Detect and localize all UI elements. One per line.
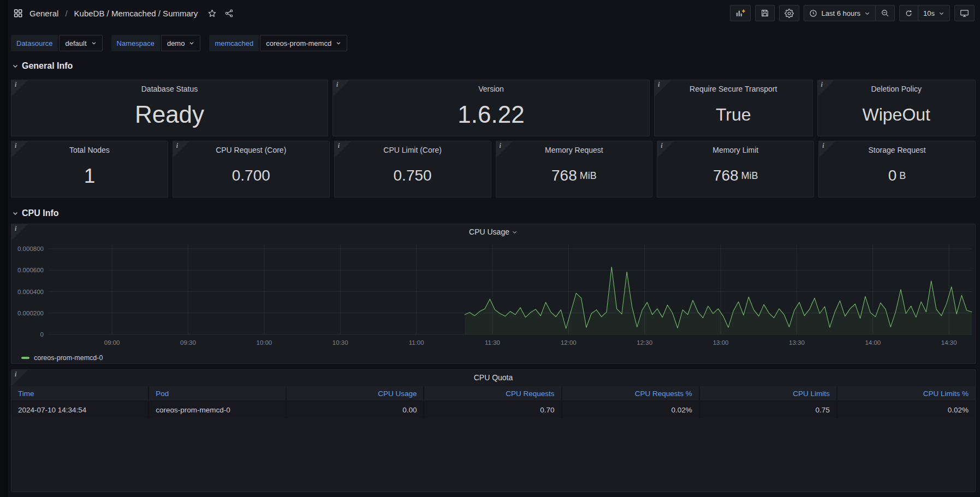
stat-unit: MiB xyxy=(580,170,597,182)
panel-info-icon[interactable]: i xyxy=(11,141,28,158)
panel-info-icon[interactable]: i xyxy=(655,80,671,97)
breadcrumb-folder[interactable]: General xyxy=(29,9,58,18)
cpu-quota-panel: i CPU Quota TimePodCPU UsageCPU Requests… xyxy=(11,369,976,492)
y-tick-label: 0.000600 xyxy=(17,267,44,273)
column-header-time[interactable]: Time xyxy=(11,386,149,402)
section-title: General Info xyxy=(22,61,73,71)
dashboard-settings-button[interactable] xyxy=(779,5,799,21)
stat-value: 768 xyxy=(713,168,739,183)
gear-icon xyxy=(785,9,794,18)
stat-panel-total-nodes: i Total Nodes 1 xyxy=(11,141,168,197)
chevron-down-icon xyxy=(864,10,870,16)
x-tick-label: 09:30 xyxy=(180,339,196,346)
y-tick-label: 0.000200 xyxy=(17,310,44,316)
stat-panel-cpu-limit: i CPU Limit (Core) 0.750 xyxy=(334,141,491,197)
cpu-quota-panel-title[interactable]: CPU Quota xyxy=(11,370,975,385)
panel-title-text: CPU Quota xyxy=(474,373,513,382)
cpu-usage-panel-title[interactable]: CPU Usage xyxy=(11,224,975,239)
stat-value: 768 xyxy=(551,168,577,183)
variable-datasource-label: Datasource xyxy=(11,35,58,51)
time-range-picker[interactable]: Last 6 hours xyxy=(804,5,875,21)
panel-info-icon[interactable]: i xyxy=(11,224,28,241)
y-tick-label: 0.000800 xyxy=(17,245,44,252)
column-header-cpu-requests-[interactable]: CPU Requests % xyxy=(562,386,700,402)
variable-namespace-value[interactable]: demo xyxy=(161,35,201,51)
panel-info-icon[interactable]: i xyxy=(11,370,28,386)
stat-value: WipeOut xyxy=(863,106,930,123)
top-navbar: General / KubeDB / Memcached / Summary xyxy=(11,0,976,26)
legend-item-coreos-prom-memcd-0[interactable]: coreos-prom-memcd-0 xyxy=(11,353,975,363)
stat-value: 0.750 xyxy=(394,168,432,183)
variable-namespace: Namespace demo xyxy=(111,35,201,51)
time-range-label: Last 6 hours xyxy=(821,9,860,17)
variable-datasource-selected: default xyxy=(65,39,86,47)
panel-info-icon[interactable]: i xyxy=(173,141,189,158)
legend-label: coreos-prom-memcd-0 xyxy=(34,354,103,362)
stat-value: True xyxy=(716,106,751,123)
stat-row-2: i Total Nodes 1 i CPU Request (Core) 0.7… xyxy=(11,141,976,197)
chevron-down-icon xyxy=(189,40,194,46)
zoom-out-time-button[interactable] xyxy=(875,5,894,21)
stat-label: Version xyxy=(478,85,504,93)
dashboard-title: KubeDB / Memcached / Summary xyxy=(74,9,198,18)
x-tick-label: 09:00 xyxy=(104,339,120,346)
variable-datasource-value[interactable]: default xyxy=(59,35,102,51)
stat-label: Total Nodes xyxy=(69,146,110,154)
refresh-interval-picker[interactable]: 10s xyxy=(918,5,949,21)
stat-value: 0 xyxy=(888,168,897,183)
variable-memcached-value[interactable]: coreos-prom-memcd xyxy=(260,35,347,51)
section-general-info[interactable]: General Info xyxy=(12,60,976,72)
star-icon[interactable] xyxy=(206,8,218,19)
panel-info-icon[interactable]: i xyxy=(335,141,351,158)
cpu-quota-table: TimePodCPU UsageCPU RequestsCPU Requests… xyxy=(11,386,975,418)
chevron-down-icon xyxy=(12,210,19,217)
variable-datasource: Datasource default xyxy=(11,35,103,51)
share-alt-icon[interactable] xyxy=(223,8,235,19)
stat-panel-storage-request: i Storage Request 0B xyxy=(818,141,976,197)
cpu-usage-panel: i CPU Usage 09:0009:3010:0010:3011:0011:… xyxy=(11,224,976,364)
column-header-pod[interactable]: Pod xyxy=(149,386,287,402)
stat-panel-deletion-policy: i Deletion Policy WipeOut xyxy=(817,80,976,136)
stat-label: Memory Limit xyxy=(712,146,758,154)
x-tick-label: 11:30 xyxy=(485,339,500,346)
cpu-usage-chart[interactable]: 09:0009:3010:0010:3011:0011:3012:0012:30… xyxy=(11,239,974,351)
stat-panel-cpu-request: i CPU Request (Core) 0.700 xyxy=(173,141,330,197)
panel-info-icon[interactable]: i xyxy=(818,80,834,97)
table-row: 2024-07-10 14:34:54coreos-prom-memcd-00.… xyxy=(11,402,975,418)
dashboard-content: General / KubeDB / Memcached / Summary xyxy=(8,0,980,497)
apps-grid-icon[interactable] xyxy=(12,7,24,19)
panel-info-icon[interactable]: i xyxy=(11,80,28,97)
chevron-down-icon xyxy=(939,10,945,16)
x-tick-label: 14:30 xyxy=(941,339,957,346)
refresh-group: 10s xyxy=(899,5,950,21)
refresh-button[interactable] xyxy=(900,5,918,21)
column-header-cpu-limits[interactable]: CPU Limits xyxy=(700,386,838,402)
panel-info-icon[interactable]: i xyxy=(333,80,349,97)
stat-unit: B xyxy=(899,170,906,182)
section-cpu-info[interactable]: CPU Info xyxy=(12,207,976,219)
y-tick-label: 0.000400 xyxy=(17,289,44,295)
stat-value: 1 xyxy=(84,166,96,186)
save-dashboard-button[interactable] xyxy=(755,5,775,21)
legend-swatch xyxy=(21,357,29,359)
column-header-cpu-limits-[interactable]: CPU Limits % xyxy=(838,386,975,402)
series-area-fill xyxy=(465,267,972,334)
stat-panel-memory-limit: i Memory Limit 768MiB xyxy=(657,141,814,197)
stat-value: Ready xyxy=(135,103,204,127)
chevron-down-icon xyxy=(91,40,97,46)
cycle-view-mode-button[interactable] xyxy=(954,5,975,21)
table-cell: 0.00 xyxy=(287,402,424,418)
column-header-cpu-usage[interactable]: CPU Usage xyxy=(287,386,424,402)
panel-info-icon[interactable]: i xyxy=(496,141,513,158)
save-icon xyxy=(761,9,769,17)
column-header-cpu-requests[interactable]: CPU Requests xyxy=(424,386,562,402)
time-picker-group: Last 6 hours xyxy=(804,5,895,21)
x-tick-label: 13:00 xyxy=(713,339,729,346)
table-cell: 0.70 xyxy=(424,402,562,418)
panel-info-icon[interactable]: i xyxy=(819,141,835,158)
add-panel-button[interactable] xyxy=(730,5,751,21)
monitor-icon xyxy=(960,9,969,18)
variable-memcached-selected: coreos-prom-memcd xyxy=(266,39,331,47)
table-header-row: TimePodCPU UsageCPU RequestsCPU Requests… xyxy=(11,386,975,402)
panel-info-icon[interactable]: i xyxy=(657,141,674,158)
